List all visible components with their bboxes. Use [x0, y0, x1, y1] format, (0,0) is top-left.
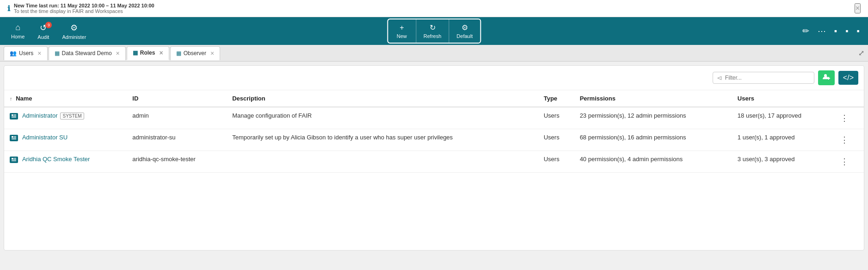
cell-menu-0: ⋮ — [833, 107, 864, 129]
roles-tab-icon: ▦ — [133, 50, 138, 56]
administer-icon: ⚙ — [70, 23, 78, 33]
table-row: Aridhia QC Smoke Tester aridhia-qc-smoke… — [4, 151, 864, 173]
tab-observer[interactable]: ▦ Observer × — [170, 46, 221, 60]
column-users: Users — [732, 90, 833, 107]
svg-rect-10 — [12, 136, 13, 138]
svg-rect-13 — [12, 138, 16, 138]
svg-rect-12 — [14, 137, 16, 138]
svg-rect-7 — [12, 116, 16, 117]
column-permissions: Permissions — [574, 90, 732, 107]
roles-tab-close[interactable]: × — [159, 49, 163, 57]
users-tab-icon: 👥 — [10, 50, 17, 57]
observer-tab-icon: ▦ — [176, 50, 181, 57]
column-id: ID — [127, 90, 227, 107]
default-label: Default — [456, 33, 473, 39]
tabs-bar: 👥 Users × ▦ Data Steward Demo × ▦ Roles … — [0, 45, 868, 62]
row-menu-button-0[interactable]: ⋮ — [838, 112, 850, 124]
svg-rect-5 — [14, 114, 16, 115]
add-users-button[interactable] — [818, 70, 835, 85]
svg-rect-4 — [12, 114, 13, 116]
audit-label: Audit — [37, 34, 49, 40]
cell-id-0: admin — [127, 107, 227, 129]
add-users-icon — [823, 73, 830, 81]
role-icon-1 — [10, 135, 18, 141]
more-button[interactable]: ⋯ — [815, 24, 829, 38]
tab-users[interactable]: 👥 Users × — [4, 46, 48, 60]
refresh-button[interactable]: ↻ Refresh — [416, 19, 449, 43]
default-button[interactable]: ⚙ Default — [449, 19, 480, 43]
cell-id-2: aridhia-qc-smoke-tester — [127, 151, 227, 173]
svg-rect-20 — [12, 161, 16, 161]
cell-description-1: Temporarily set up by Alicia Gibson to i… — [227, 129, 538, 151]
administer-button[interactable]: ⚙ Administer — [56, 20, 92, 43]
code-button[interactable]: </> — [838, 71, 858, 85]
role-name-link-1[interactable]: Administrator SU — [22, 134, 68, 141]
svg-rect-11 — [14, 136, 16, 137]
svg-rect-16 — [12, 158, 13, 159]
notification-close-button[interactable]: × — [855, 3, 861, 13]
svg-rect-6 — [14, 115, 16, 116]
audit-button[interactable]: ↺ Audit 9 — [32, 20, 55, 43]
toolbar-right: ✏ ⋯ ▪ ▪ ▪ — [800, 24, 862, 38]
cell-users-1: 1 user(s), 1 approved — [732, 129, 833, 151]
column-name[interactable]: ↑ Name — [4, 90, 127, 107]
cell-users-0: 18 user(s), 17 approved — [732, 107, 833, 129]
cell-type-0: Users — [538, 107, 574, 129]
observer-tab-close[interactable]: × — [210, 50, 214, 57]
role-name-link-2[interactable]: Aridhia QC Smoke Tester — [22, 156, 90, 163]
home-button[interactable]: ⌂ Home — [6, 20, 30, 42]
role-icon-2 — [10, 157, 18, 163]
view-button-2[interactable]: ▪ — [843, 25, 851, 38]
filter-input[interactable] — [725, 75, 810, 81]
svg-rect-14 — [12, 139, 16, 139]
audit-badge: 9 — [45, 22, 52, 28]
toolbar-center-group: + New ↻ Refresh ⚙ Default — [387, 19, 481, 44]
column-type: Type — [538, 90, 574, 107]
administer-label: Administer — [62, 34, 86, 40]
filter-icon: ⊲ — [717, 74, 722, 82]
svg-rect-18 — [14, 159, 16, 159]
refresh-icon: ↻ — [430, 23, 436, 32]
data-steward-tab-label: Data Steward Demo — [62, 50, 112, 57]
tab-data-steward-demo[interactable]: ▦ Data Steward Demo × — [49, 46, 126, 60]
roles-tab-label: Roles — [140, 50, 155, 56]
cell-description-2 — [227, 151, 538, 173]
column-description: Description — [227, 90, 538, 107]
table-row: Administrator SU administrator-su Tempor… — [4, 129, 864, 151]
svg-rect-8 — [12, 117, 16, 118]
home-icon: ⌂ — [15, 23, 20, 32]
data-steward-tab-close[interactable]: × — [116, 50, 120, 57]
sort-arrow-name: ↑ — [10, 96, 12, 101]
roles-table: ↑ Name ID Description Type Permissions U… — [4, 90, 864, 173]
new-button[interactable]: + New — [388, 20, 416, 43]
edit-button[interactable]: ✏ — [800, 24, 812, 38]
cell-name-0: AdministratorSYSTEM — [4, 107, 127, 129]
row-menu-button-1[interactable]: ⋮ — [838, 134, 850, 146]
cell-name-1: Administrator SU — [4, 129, 127, 151]
new-icon: + — [400, 24, 404, 32]
role-icon-0 — [10, 113, 18, 119]
notification-title: New Time last run: 11 May 2022 10:00 – 1… — [14, 3, 154, 8]
svg-rect-17 — [14, 158, 16, 158]
users-tab-label: Users — [19, 50, 33, 57]
col-name-label: Name — [16, 95, 32, 102]
view-button-3[interactable]: ▪ — [854, 25, 862, 38]
table-header-row: ↑ Name ID Description Type Permissions U… — [4, 90, 864, 107]
cell-permissions-2: 40 permission(s), 4 admin permissions — [574, 151, 732, 173]
row-menu-button-2[interactable]: ⋮ — [838, 156, 850, 168]
col-desc-label: Description — [232, 95, 265, 102]
column-actions — [833, 90, 864, 107]
cell-id-1: administrator-su — [127, 129, 227, 151]
view-button-1[interactable]: ▪ — [831, 25, 840, 38]
refresh-label: Refresh — [424, 33, 442, 39]
users-tab-close[interactable]: × — [37, 50, 41, 57]
notification-text: New Time last run: 11 May 2022 10:00 – 1… — [14, 3, 154, 14]
expand-button[interactable]: ⤢ — [858, 49, 864, 57]
notification-bar: ℹ New Time last run: 11 May 2022 10:00 –… — [0, 0, 868, 17]
role-name-link-0[interactable]: Administrator — [22, 112, 58, 119]
default-icon: ⚙ — [462, 23, 468, 32]
tab-roles[interactable]: ▦ Roles × — [127, 46, 169, 60]
observer-tab-label: Observer — [184, 50, 206, 57]
system-badge-0: SYSTEM — [60, 113, 84, 119]
data-steward-tab-icon: ▦ — [55, 50, 60, 57]
